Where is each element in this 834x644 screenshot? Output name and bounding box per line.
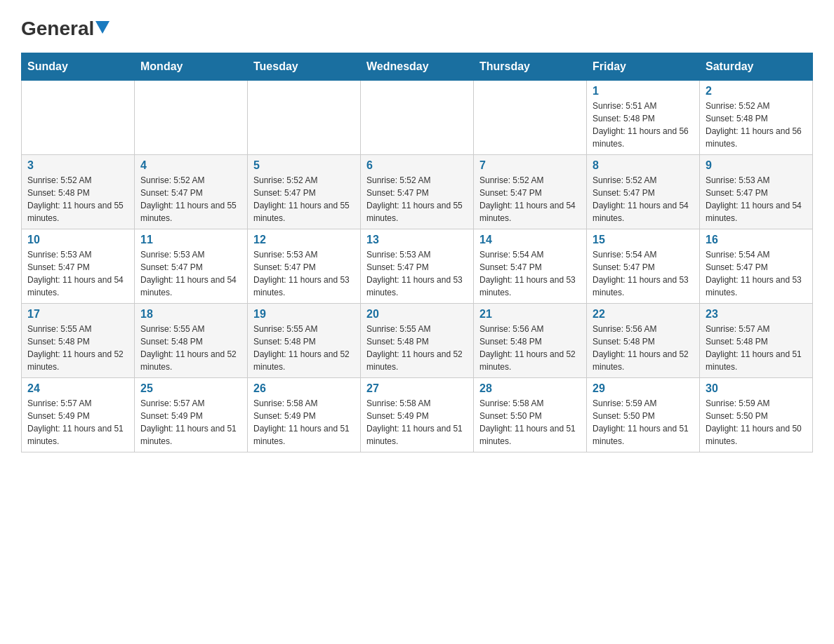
calendar-cell: 7Sunrise: 5:52 AM Sunset: 5:47 PM Daylig… [474, 155, 587, 229]
day-number: 23 [706, 308, 807, 321]
logo: General [21, 14, 110, 39]
calendar-cell: 4Sunrise: 5:52 AM Sunset: 5:47 PM Daylig… [135, 155, 248, 229]
weekday-header-row: SundayMondayTuesdayWednesdayThursdayFrid… [22, 53, 813, 81]
day-info: Sunrise: 5:55 AM Sunset: 5:48 PM Dayligh… [253, 323, 355, 373]
day-number: 28 [479, 382, 581, 395]
calendar-cell: 24Sunrise: 5:57 AM Sunset: 5:49 PM Dayli… [22, 378, 135, 452]
calendar-cell: 28Sunrise: 5:58 AM Sunset: 5:50 PM Dayli… [474, 378, 587, 452]
calendar-cell: 9Sunrise: 5:53 AM Sunset: 5:47 PM Daylig… [700, 155, 813, 229]
weekday-header-friday: Friday [587, 53, 700, 81]
calendar-cell: 22Sunrise: 5:56 AM Sunset: 5:48 PM Dayli… [587, 304, 700, 378]
svg-marker-0 [95, 21, 110, 34]
day-info: Sunrise: 5:57 AM Sunset: 5:48 PM Dayligh… [706, 323, 807, 373]
day-number: 10 [27, 234, 128, 246]
day-info: Sunrise: 5:55 AM Sunset: 5:48 PM Dayligh… [366, 323, 468, 373]
day-number: 27 [366, 382, 468, 395]
day-info: Sunrise: 5:52 AM Sunset: 5:47 PM Dayligh… [593, 174, 694, 224]
calendar-cell: 3Sunrise: 5:52 AM Sunset: 5:48 PM Daylig… [22, 155, 135, 229]
calendar-cell: 18Sunrise: 5:55 AM Sunset: 5:48 PM Dayli… [135, 304, 248, 378]
calendar-week-row: 24Sunrise: 5:57 AM Sunset: 5:49 PM Dayli… [22, 378, 813, 452]
calendar-cell: 27Sunrise: 5:58 AM Sunset: 5:49 PM Dayli… [361, 378, 474, 452]
weekday-header-sunday: Sunday [22, 53, 135, 81]
calendar-cell: 29Sunrise: 5:59 AM Sunset: 5:50 PM Dayli… [587, 378, 700, 452]
day-number: 29 [593, 382, 694, 395]
day-number: 1 [593, 85, 694, 98]
weekday-header-tuesday: Tuesday [248, 53, 361, 81]
calendar-week-row: 3Sunrise: 5:52 AM Sunset: 5:48 PM Daylig… [22, 155, 813, 229]
calendar-body: 1Sunrise: 5:51 AM Sunset: 5:48 PM Daylig… [22, 81, 813, 452]
calendar-cell: 2Sunrise: 5:52 AM Sunset: 5:48 PM Daylig… [700, 81, 813, 155]
day-number: 22 [593, 308, 694, 321]
calendar-cell: 11Sunrise: 5:53 AM Sunset: 5:47 PM Dayli… [135, 229, 248, 304]
calendar-cell: 19Sunrise: 5:55 AM Sunset: 5:48 PM Dayli… [248, 304, 361, 378]
calendar-cell: 30Sunrise: 5:59 AM Sunset: 5:50 PM Dayli… [700, 378, 813, 452]
day-number: 11 [140, 234, 241, 246]
day-number: 17 [27, 308, 128, 321]
day-info: Sunrise: 5:54 AM Sunset: 5:47 PM Dayligh… [479, 248, 581, 299]
day-number: 26 [253, 382, 355, 395]
calendar-cell: 1Sunrise: 5:51 AM Sunset: 5:48 PM Daylig… [587, 81, 700, 155]
calendar-cell: 5Sunrise: 5:52 AM Sunset: 5:47 PM Daylig… [248, 155, 361, 229]
day-number: 25 [140, 382, 241, 395]
calendar-week-row: 1Sunrise: 5:51 AM Sunset: 5:48 PM Daylig… [22, 81, 813, 155]
day-info: Sunrise: 5:54 AM Sunset: 5:47 PM Dayligh… [706, 248, 807, 299]
calendar-cell [361, 81, 474, 155]
day-info: Sunrise: 5:59 AM Sunset: 5:50 PM Dayligh… [593, 397, 694, 448]
calendar-cell: 13Sunrise: 5:53 AM Sunset: 5:47 PM Dayli… [361, 229, 474, 304]
calendar-cell: 26Sunrise: 5:58 AM Sunset: 5:49 PM Dayli… [248, 378, 361, 452]
day-info: Sunrise: 5:57 AM Sunset: 5:49 PM Dayligh… [27, 397, 128, 448]
day-info: Sunrise: 5:58 AM Sunset: 5:49 PM Dayligh… [366, 397, 468, 448]
calendar-cell: 21Sunrise: 5:56 AM Sunset: 5:48 PM Dayli… [474, 304, 587, 378]
day-number: 6 [366, 159, 468, 172]
day-number: 18 [140, 308, 241, 321]
calendar-cell: 14Sunrise: 5:54 AM Sunset: 5:47 PM Dayli… [474, 229, 587, 304]
calendar-cell: 25Sunrise: 5:57 AM Sunset: 5:49 PM Dayli… [135, 378, 248, 452]
weekday-header-monday: Monday [135, 53, 248, 81]
day-info: Sunrise: 5:52 AM Sunset: 5:47 PM Dayligh… [253, 174, 355, 224]
calendar-cell: 16Sunrise: 5:54 AM Sunset: 5:47 PM Dayli… [700, 229, 813, 304]
day-info: Sunrise: 5:59 AM Sunset: 5:50 PM Dayligh… [706, 397, 807, 448]
day-info: Sunrise: 5:53 AM Sunset: 5:47 PM Dayligh… [140, 248, 241, 299]
logo-general: General [21, 18, 94, 40]
day-info: Sunrise: 5:58 AM Sunset: 5:50 PM Dayligh… [479, 397, 581, 448]
calendar-cell [248, 81, 361, 155]
day-info: Sunrise: 5:52 AM Sunset: 5:48 PM Dayligh… [706, 100, 807, 150]
weekday-header-wednesday: Wednesday [361, 53, 474, 81]
day-number: 7 [479, 159, 581, 172]
day-info: Sunrise: 5:53 AM Sunset: 5:47 PM Dayligh… [706, 174, 807, 224]
day-info: Sunrise: 5:55 AM Sunset: 5:48 PM Dayligh… [27, 323, 128, 373]
logo-arrow-icon [95, 21, 110, 35]
calendar-week-row: 10Sunrise: 5:53 AM Sunset: 5:47 PM Dayli… [22, 229, 813, 304]
day-number: 30 [706, 382, 807, 395]
calendar-cell [474, 81, 587, 155]
calendar-header: SundayMondayTuesdayWednesdayThursdayFrid… [22, 53, 813, 81]
calendar-table: SundayMondayTuesdayWednesdayThursdayFrid… [21, 53, 813, 452]
calendar-cell [135, 81, 248, 155]
day-info: Sunrise: 5:52 AM Sunset: 5:47 PM Dayligh… [140, 174, 241, 224]
calendar-cell: 8Sunrise: 5:52 AM Sunset: 5:47 PM Daylig… [587, 155, 700, 229]
day-info: Sunrise: 5:53 AM Sunset: 5:47 PM Dayligh… [253, 248, 355, 299]
day-info: Sunrise: 5:53 AM Sunset: 5:47 PM Dayligh… [366, 248, 468, 299]
weekday-header-thursday: Thursday [474, 53, 587, 81]
weekday-header-saturday: Saturday [700, 53, 813, 81]
calendar-cell: 10Sunrise: 5:53 AM Sunset: 5:47 PM Dayli… [22, 229, 135, 304]
day-info: Sunrise: 5:52 AM Sunset: 5:47 PM Dayligh… [479, 174, 581, 224]
day-info: Sunrise: 5:55 AM Sunset: 5:48 PM Dayligh… [140, 323, 241, 373]
day-number: 16 [706, 234, 807, 246]
day-number: 19 [253, 308, 355, 321]
day-info: Sunrise: 5:56 AM Sunset: 5:48 PM Dayligh… [593, 323, 694, 373]
day-number: 5 [253, 159, 355, 172]
calendar-cell: 23Sunrise: 5:57 AM Sunset: 5:48 PM Dayli… [700, 304, 813, 378]
calendar-cell: 17Sunrise: 5:55 AM Sunset: 5:48 PM Dayli… [22, 304, 135, 378]
day-info: Sunrise: 5:56 AM Sunset: 5:48 PM Dayligh… [479, 323, 581, 373]
day-number: 12 [253, 234, 355, 246]
day-number: 4 [140, 159, 241, 172]
day-info: Sunrise: 5:58 AM Sunset: 5:49 PM Dayligh… [253, 397, 355, 448]
page-header: General [21, 14, 813, 39]
calendar-cell [22, 81, 135, 155]
day-number: 13 [366, 234, 468, 246]
day-number: 9 [706, 159, 807, 172]
day-number: 3 [27, 159, 128, 172]
day-info: Sunrise: 5:54 AM Sunset: 5:47 PM Dayligh… [593, 248, 694, 299]
day-number: 21 [479, 308, 581, 321]
